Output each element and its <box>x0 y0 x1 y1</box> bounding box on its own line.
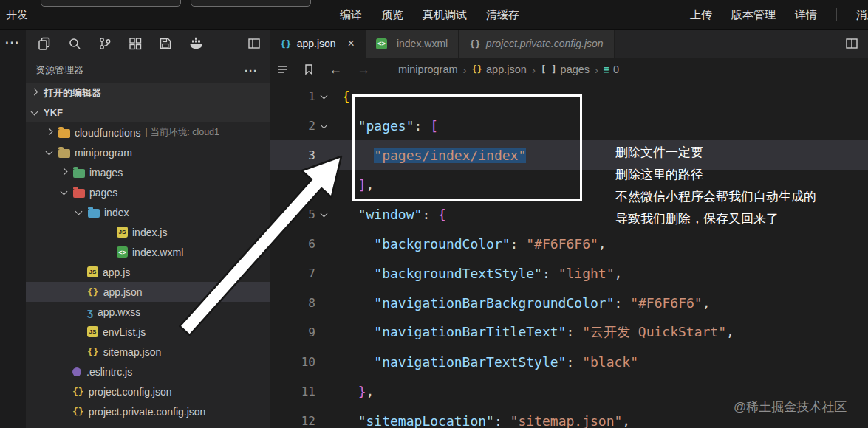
file-index-wxml[interactable]: <>index.wxml <box>26 242 270 262</box>
watermark: @稀土掘金技术社区 <box>734 398 847 415</box>
tab-index-wxml[interactable]: <>index.wxml <box>366 30 459 58</box>
code-token <box>342 207 358 222</box>
wxss-file-icon: ʒ <box>87 306 93 318</box>
clear-cache-button[interactable]: 清缓存 <box>486 8 519 22</box>
code-token: "backgroundColor" <box>374 236 510 252</box>
chevron-down-icon[interactable] <box>30 107 41 118</box>
outline-icon[interactable] <box>277 63 289 75</box>
back-arrow-icon[interactable]: ← <box>329 62 342 77</box>
version-manage-button[interactable]: 版本管理 <box>731 8 776 22</box>
eslint-file-icon <box>72 367 81 376</box>
file-app-json[interactable]: {}app.json <box>26 282 270 302</box>
tab-project-private-config-json[interactable]: {}project.private.config.json <box>459 30 614 58</box>
layout-sidebar-icon[interactable] <box>247 37 261 50</box>
code-token: : <box>494 413 510 428</box>
chevron-right-icon[interactable] <box>30 87 41 98</box>
file-project-private-config-json[interactable]: {}project.private.config.json <box>26 401 270 421</box>
tab-label: app.json <box>297 38 336 49</box>
editor-tabs: {}app.json×<>index.wxml{}project.private… <box>270 30 615 58</box>
toolbar-input-truncated[interactable] <box>191 0 311 7</box>
code-line[interactable]: 8 "navigationBarBackgroundColor": "#F6F6… <box>270 288 868 317</box>
chevron-right-icon[interactable] <box>59 167 70 178</box>
dev-mode-label: 开发 <box>6 8 28 22</box>
git-branch-icon[interactable] <box>98 37 112 50</box>
tab-label: project.private.config.json <box>486 38 604 49</box>
search-icon[interactable] <box>68 37 81 50</box>
chevron-down-icon[interactable] <box>319 91 330 102</box>
upload-button[interactable]: 上传 <box>690 8 712 22</box>
code-line[interactable]: 6 "backgroundColor": "#F6F6F6", <box>270 229 868 258</box>
file-envlist-js[interactable]: JSenvList.js <box>26 322 270 342</box>
code-token: : <box>566 324 582 339</box>
docker-icon[interactable] <box>189 37 204 50</box>
tree-item-label: index.js <box>132 227 167 238</box>
file-index-js[interactable]: JSindex.js <box>26 222 270 242</box>
bookmark-icon[interactable] <box>304 63 314 75</box>
file-eslintrc-js[interactable]: .eslintrc.js <box>26 362 270 382</box>
save-icon[interactable] <box>159 37 172 50</box>
folder-cloudfunctions[interactable]: cloudfunctions| 当前环境: cloud1 <box>26 122 270 142</box>
code-line[interactable]: 9 "navigationBarTitleText": "云开发 QuickSt… <box>270 317 868 347</box>
more-icon[interactable]: ··· <box>5 35 20 50</box>
chevron-down-icon[interactable] <box>319 120 330 131</box>
open-editors-section[interactable]: 打开的编辑器 <box>26 83 270 103</box>
code-text: "navigationBarTextStyle": "black" <box>342 354 638 370</box>
fold-chevron[interactable] <box>315 209 333 220</box>
chevron-down-icon[interactable] <box>59 187 70 198</box>
tree-item-label: app.js <box>103 266 130 278</box>
wechat-devtools-window: { "topbar": { "left_label": "开发", "cente… <box>0 0 868 428</box>
annotation-line: 导致我们删除，保存又回来了 <box>615 208 816 230</box>
code-token <box>342 324 374 339</box>
breadcrumb-separator: › <box>532 63 536 76</box>
preview-button[interactable]: 预览 <box>381 8 403 22</box>
tab-app-json[interactable]: {}app.json× <box>270 30 366 58</box>
code-token: { <box>438 207 446 222</box>
chevron-down-icon[interactable] <box>74 207 85 218</box>
messages-button[interactable]: 消息 <box>856 8 868 22</box>
code-token: : <box>510 236 527 252</box>
code-token: "pages/index/index" <box>374 148 526 163</box>
folder-images[interactable]: images <box>26 162 270 182</box>
copy-icon[interactable] <box>38 37 51 50</box>
code-line[interactable]: 10 "navigationBarTextStyle": "black" <box>270 347 868 376</box>
folder-index[interactable]: index <box>26 202 270 222</box>
folder-pages[interactable]: pages <box>26 182 270 202</box>
forward-arrow-icon[interactable]: → <box>357 62 370 77</box>
code-line[interactable]: 7 "backgroundTextStyle": "light", <box>270 258 868 288</box>
compile-button[interactable]: 编译 <box>340 8 362 22</box>
breadcrumb-item[interactable]: 0 <box>613 63 619 75</box>
breadcrumb-item[interactable]: miniprogram <box>398 63 458 75</box>
chevron-down-icon[interactable] <box>44 147 55 158</box>
file-sitemap-json[interactable]: {}sitemap.json <box>26 342 270 362</box>
explorer-more-icon[interactable]: ··· <box>245 64 258 77</box>
code-editor[interactable]: 1{2 "pages": [3 "pages/index/index"4 ],5… <box>270 81 868 428</box>
folder-miniprogram[interactable]: miniprogram <box>26 142 270 162</box>
file-project-config-json[interactable]: {}project.config.json <box>26 382 270 401</box>
activity-toolbar <box>26 30 270 58</box>
tree-item-label: .eslintrc.js <box>86 366 132 378</box>
split-editor-icon[interactable] <box>845 30 868 58</box>
extensions-icon[interactable] <box>129 37 142 50</box>
fold-chevron[interactable] <box>315 91 333 102</box>
js-file-icon: JS <box>117 227 128 238</box>
chevron-down-icon[interactable] <box>319 209 330 220</box>
toolbar-input-truncated[interactable] <box>41 0 181 7</box>
real-device-debug-button[interactable]: 真机调试 <box>423 8 467 22</box>
chevron-right-icon[interactable] <box>44 127 55 138</box>
code-text: "backgroundColor": "#F6F6F6", <box>342 236 606 252</box>
breadcrumb-item[interactable]: pages <box>561 63 590 75</box>
code-token: , <box>703 295 711 311</box>
file-app-wxss[interactable]: ʒapp.wxss <box>26 302 270 322</box>
details-button[interactable]: 详情 <box>795 8 817 22</box>
tab-close-icon[interactable]: × <box>348 37 355 50</box>
code-token: "light" <box>558 266 615 281</box>
explorer-sidebar: 资源管理器 ··· 打开的编辑器YKFcloudfunctions| 当前环境:… <box>26 58 270 428</box>
root-folder-ykf[interactable]: YKF <box>26 103 270 122</box>
code-line[interactable]: 2 "pages": [ <box>270 111 868 140</box>
breadcrumb-item[interactable]: app.json <box>486 63 527 75</box>
file-app-js[interactable]: JSapp.js <box>26 262 270 282</box>
code-line[interactable]: 1{ <box>270 81 868 111</box>
folder-icon <box>73 189 85 198</box>
fold-chevron[interactable] <box>315 120 333 131</box>
line-number: 8 <box>270 296 315 310</box>
